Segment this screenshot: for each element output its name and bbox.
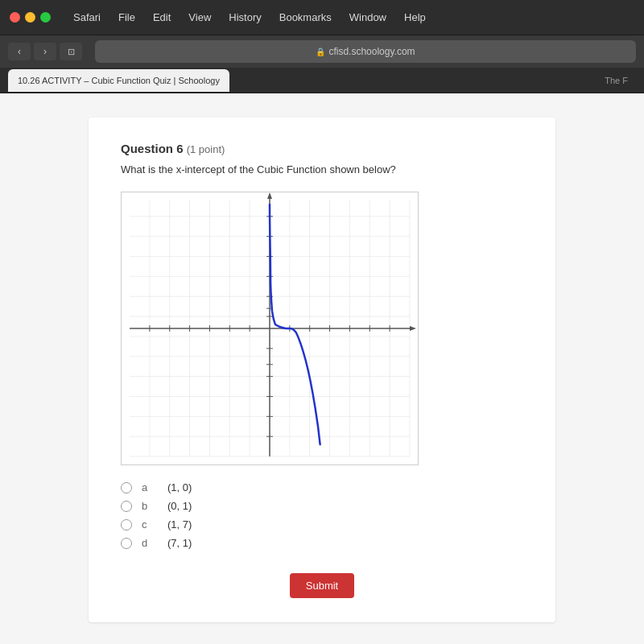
radio-b[interactable] bbox=[121, 501, 132, 512]
tab-label-right: The F bbox=[605, 76, 636, 85]
question-container: Question 6 (1 point) What is the x-inter… bbox=[89, 118, 555, 622]
menu-file[interactable]: File bbox=[115, 10, 138, 25]
menu-items: Safari File Edit View History Bookmarks … bbox=[70, 10, 429, 25]
answer-choices: a (1, 0) b (0, 1) c (1, 7) d (7, 1) bbox=[121, 481, 523, 549]
choice-value-d: (7, 1) bbox=[167, 537, 192, 549]
menu-history[interactable]: History bbox=[225, 10, 264, 25]
answer-choice-b[interactable]: b (0, 1) bbox=[121, 500, 523, 512]
traffic-lights bbox=[10, 12, 51, 23]
choice-label-b: b bbox=[142, 500, 158, 512]
submit-button[interactable]: Submit bbox=[290, 573, 354, 598]
maximize-button[interactable] bbox=[40, 12, 51, 23]
answer-choice-d[interactable]: d (7, 1) bbox=[121, 537, 523, 549]
radio-a[interactable] bbox=[121, 482, 132, 493]
browser-toolbar: ‹ › ⊡ 🔒 cfisd.schoology.com bbox=[0, 35, 644, 68]
graph-container bbox=[121, 192, 419, 465]
menu-window[interactable]: Window bbox=[346, 10, 390, 25]
choice-value-a: (1, 0) bbox=[167, 481, 192, 493]
radio-d[interactable] bbox=[121, 538, 132, 549]
question-title: Question 6 (1 point) bbox=[121, 142, 523, 155]
minimize-button[interactable] bbox=[25, 12, 35, 23]
menu-bookmarks[interactable]: Bookmarks bbox=[276, 10, 335, 25]
choice-value-b: (0, 1) bbox=[167, 500, 192, 512]
menu-safari[interactable]: Safari bbox=[70, 10, 104, 25]
lock-icon: 🔒 bbox=[316, 47, 325, 56]
menu-view[interactable]: View bbox=[185, 10, 214, 25]
answer-choice-c[interactable]: c (1, 7) bbox=[121, 518, 523, 530]
question-text: What is the x-intercept of the Cubic Fun… bbox=[121, 163, 523, 175]
choice-label-a: a bbox=[142, 481, 158, 493]
tab-view-button[interactable]: ⊡ bbox=[60, 43, 82, 60]
question-points: (1 point) bbox=[187, 143, 225, 155]
active-tab[interactable]: 10.26 ACTIVITY – Cubic Function Quiz | S… bbox=[8, 69, 229, 92]
choice-label-c: c bbox=[142, 518, 158, 530]
radio-c[interactable] bbox=[121, 519, 132, 530]
choice-value-c: (1, 7) bbox=[167, 518, 192, 530]
cubic-function-graph bbox=[122, 192, 418, 464]
menu-help[interactable]: Help bbox=[401, 10, 429, 25]
answer-choice-a[interactable]: a (1, 0) bbox=[121, 481, 523, 493]
menu-bar: Safari File Edit View History Bookmarks … bbox=[0, 0, 644, 35]
menu-edit[interactable]: Edit bbox=[150, 10, 174, 25]
forward-button[interactable]: › bbox=[34, 43, 56, 60]
back-button[interactable]: ‹ bbox=[8, 43, 31, 60]
address-bar[interactable]: 🔒 cfisd.schoology.com bbox=[95, 40, 636, 63]
content-area: Question 6 (1 point) What is the x-inter… bbox=[0, 93, 644, 644]
address-text: cfisd.schoology.com bbox=[328, 46, 415, 57]
submit-area: Submit bbox=[121, 557, 523, 598]
tab-label: 10.26 ACTIVITY – Cubic Function Quiz | S… bbox=[18, 76, 220, 85]
close-button[interactable] bbox=[10, 12, 20, 23]
tab-bar: 10.26 ACTIVITY – Cubic Function Quiz | S… bbox=[0, 68, 644, 93]
nav-buttons: ‹ › ⊡ bbox=[8, 43, 82, 60]
choice-label-d: d bbox=[142, 537, 158, 549]
